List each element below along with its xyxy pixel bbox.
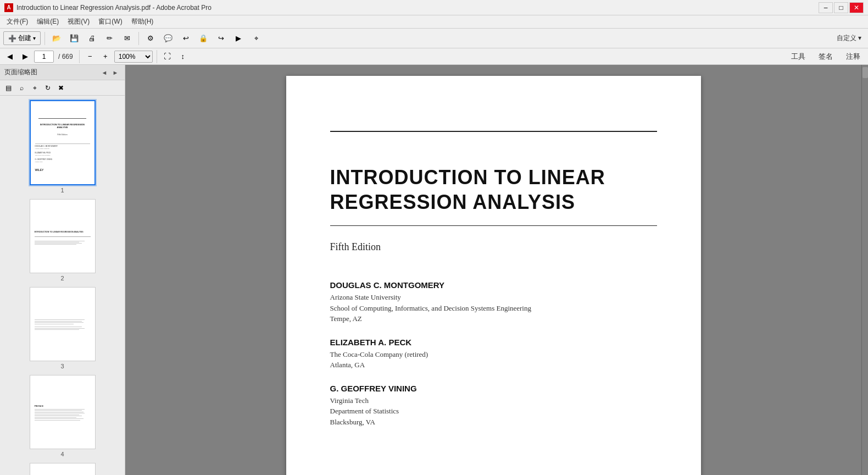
- thumbnail-label-2: 2: [60, 275, 64, 281]
- top-rule: [330, 131, 657, 132]
- panel-zoom-in-thumb[interactable]: ⌕: [15, 82, 27, 94]
- menu-window[interactable]: 窗口(W): [94, 16, 126, 27]
- menu-view[interactable]: 视图(V): [63, 16, 94, 27]
- title-rule: [330, 225, 657, 226]
- author-detail-2-1: Atlanta, GA: [330, 360, 657, 371]
- author-block-3: G. GEOFFREY VINING Virginia Tech Departm…: [330, 384, 657, 428]
- thumbnail-label-1: 1: [60, 187, 64, 194]
- panel-rotate-button[interactable]: ↻: [42, 82, 54, 94]
- close-button[interactable]: ✕: [849, 2, 864, 13]
- title-bar: A Introduction to Linear Regression Anal…: [0, 0, 868, 15]
- tools-button[interactable]: 工具: [787, 51, 810, 63]
- thumbnails-panel[interactable]: INTRODUCTION TO LINEAR REGRESSION ANALYS…: [0, 96, 125, 475]
- save-button[interactable]: 💾: [66, 31, 82, 46]
- author-name-3: G. GEOFFREY VINING: [330, 384, 657, 393]
- separator-nav2: [157, 50, 157, 63]
- thumbnail-2[interactable]: INTRODUCTION TO LINEAR REGRESSION ANALYS…: [4, 199, 120, 281]
- protect-button[interactable]: 🔒: [196, 31, 211, 46]
- panel-toolbar: ▤ ⌕ ⌖ ↻ ✖: [0, 80, 125, 96]
- author-detail-3-1: Department of Statistics: [330, 406, 657, 417]
- app-icon: A: [4, 3, 13, 12]
- fit-width-button[interactable]: ↕: [176, 50, 190, 63]
- menu-bar: 文件(F) 编辑(E) 视图(V) 窗口(W) 帮助(H): [0, 15, 868, 29]
- toolbar2-right: 工具 签名 注释: [787, 51, 865, 63]
- fit-page-button[interactable]: ⛶: [161, 50, 174, 63]
- thumbnail-1[interactable]: INTRODUCTION TO LINEAR REGRESSION ANALYS…: [4, 100, 120, 194]
- separator-2: [138, 32, 139, 45]
- pdf-viewer[interactable]: INTRODUCTION TO LINEAR REGRESSION ANALYS…: [125, 65, 861, 475]
- left-panel: 页面缩略图 ◄ ► ▤ ⌕ ⌖ ↻ ✖ INTRODUCTION TO LINE…: [0, 65, 125, 475]
- panel-controls: ◄ ►: [99, 68, 120, 78]
- create-label: 创建: [18, 34, 31, 43]
- combine-button[interactable]: ⌖: [248, 31, 264, 46]
- pdf-page: INTRODUCTION TO LINEAR REGRESSION ANALYS…: [286, 76, 701, 475]
- thumbnail-label-3: 3: [60, 363, 64, 369]
- panel-zoom-thumb2[interactable]: ⌖: [29, 82, 41, 94]
- window-title: Introduction to Linear Regression Analys…: [16, 4, 819, 12]
- main-area: 页面缩略图 ◄ ► ▤ ⌕ ⌖ ↻ ✖ INTRODUCTION TO LINE…: [0, 65, 868, 475]
- author-detail-1-2: Tempe, AZ: [330, 313, 657, 324]
- thumbnail-5[interactable]: [4, 463, 120, 475]
- menu-edit[interactable]: 编辑(E): [32, 16, 63, 27]
- thumbnail-image-3: [30, 287, 96, 361]
- comment-button[interactable]: 💬: [160, 31, 176, 46]
- create-icon: ➕: [8, 35, 16, 42]
- thumbnail-4[interactable]: PREFACE 4: [4, 375, 120, 457]
- thumbnail-image-1: INTRODUCTION TO LINEAR REGRESSION ANALYS…: [30, 100, 96, 185]
- author-name-1: DOUGLAS C. MONTGOMERY: [330, 280, 657, 290]
- create-dropdown-arrow: ▾: [33, 35, 36, 41]
- menu-file[interactable]: 文件(F): [2, 16, 32, 27]
- panel-title: 页面缩略图: [4, 68, 37, 77]
- main-toolbar: ➕ 创建 ▾ 📂 💾 🖨 ✏ ✉ ⚙ 💬 ↩ 🔒 ↪ ▶ ⌖ 自定义 ▾: [0, 29, 868, 48]
- zoom-out-button[interactable]: −: [84, 50, 97, 63]
- author-detail-1-0: Arizona State University: [330, 292, 657, 303]
- export-button[interactable]: ↪: [213, 31, 229, 46]
- edit-pdf-button[interactable]: ✏: [102, 31, 117, 46]
- action-button[interactable]: ▶: [231, 31, 246, 46]
- author-name-2: ELIZABETH A. PECK: [330, 338, 657, 347]
- prev-page-button[interactable]: ◀: [3, 50, 16, 63]
- sign-button[interactable]: 签名: [814, 51, 837, 63]
- settings-button[interactable]: ⚙: [143, 31, 158, 46]
- create-button[interactable]: ➕ 创建 ▾: [3, 31, 41, 45]
- open-button[interactable]: 📂: [49, 31, 64, 46]
- restore-button[interactable]: □: [834, 2, 848, 13]
- toolbar-right: 自定义 ▾: [833, 32, 865, 44]
- menu-help[interactable]: 帮助(H): [127, 16, 158, 27]
- zoom-select[interactable]: 100% 75% 125% 150%: [114, 51, 153, 63]
- page-number-input[interactable]: [34, 51, 54, 63]
- separator-1: [44, 32, 45, 45]
- author-detail-2-0: The Coca-Cola Company (retired): [330, 349, 657, 360]
- panel-delete-button[interactable]: ✖: [55, 82, 67, 94]
- thumbnail-label-4: 4: [60, 451, 64, 457]
- print-button[interactable]: 🖨: [84, 31, 99, 46]
- book-title: INTRODUCTION TO LINEAR REGRESSION ANALYS…: [330, 165, 657, 214]
- share-button[interactable]: ↩: [178, 31, 193, 46]
- panel-expand-button[interactable]: ►: [110, 68, 120, 78]
- author-detail-3-2: Blacksburg, VA: [330, 417, 657, 428]
- next-page-button[interactable]: ▶: [19, 50, 32, 63]
- author-block-1: DOUGLAS C. MONTGOMERY Arizona State Univ…: [330, 280, 657, 324]
- author-detail-1-1: School of Computing, Informatics, and De…: [330, 303, 657, 314]
- panel-header: 页面缩略图 ◄ ►: [0, 65, 125, 80]
- edition-text: Fifth Edition: [330, 241, 657, 253]
- window-controls: – □ ✕: [819, 2, 864, 13]
- annotate-button[interactable]: 注释: [842, 51, 865, 63]
- email-button[interactable]: ✉: [119, 31, 135, 46]
- panel-collapse-button[interactable]: ◄: [99, 68, 109, 78]
- minimize-button[interactable]: –: [819, 2, 833, 13]
- separator-nav: [79, 50, 80, 63]
- zoom-in-button[interactable]: +: [99, 50, 112, 63]
- thumbnail-image-2: INTRODUCTION TO LINEAR REGRESSION ANALYS…: [30, 199, 96, 273]
- thumbnail-3[interactable]: 3: [4, 287, 120, 369]
- page-total: / 669: [56, 53, 75, 60]
- thumbnail-image-5: [30, 463, 96, 475]
- author-detail-3-0: Virginia Tech: [330, 395, 657, 406]
- nav-toolbar: ◀ ▶ / 669 − + 100% 75% 125% 150% ⛶ ↕ 工具 …: [0, 48, 868, 65]
- thumbnail-image-4: PREFACE: [30, 375, 96, 449]
- panel-options-button[interactable]: ▤: [2, 82, 14, 94]
- customize-button[interactable]: 自定义 ▾: [833, 32, 865, 44]
- pdf-scrollbar[interactable]: [861, 65, 868, 475]
- author-block-2: ELIZABETH A. PECK The Coca-Cola Company …: [330, 338, 657, 371]
